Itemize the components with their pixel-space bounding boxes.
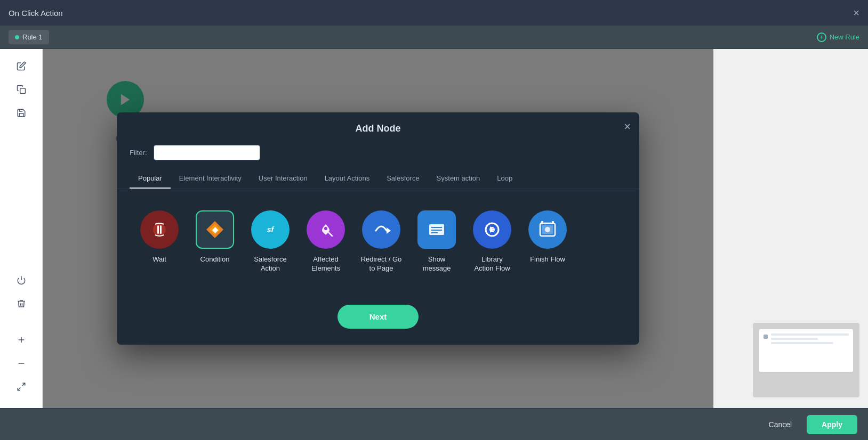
finish-label: Finish Flow <box>530 255 565 264</box>
tab-bar: Rule 1 + New Rule <box>0 26 868 49</box>
preview-dot <box>763 335 768 339</box>
preview-lines <box>771 333 849 344</box>
canvas-area[interactable]: Start + Add Node × Filter: <box>43 49 713 408</box>
svg-rect-25 <box>541 221 543 224</box>
showmsg-label: Showmessage <box>423 255 451 273</box>
apply-button[interactable]: Apply <box>807 415 857 434</box>
tab-layout-actions[interactable]: Layout Actions <box>316 169 379 189</box>
modal-close-button[interactable]: × <box>624 121 631 133</box>
showmsg-icon <box>417 210 456 249</box>
tab-popular[interactable]: Popular <box>130 169 171 189</box>
tab-loop[interactable]: Loop <box>488 169 521 189</box>
tab-label: Rule 1 <box>22 33 43 41</box>
bottom-bar: Cancel Apply <box>0 408 868 440</box>
app-window: On Click Action × Rule 1 + New Rule <box>0 0 868 440</box>
preview-line-1 <box>771 333 849 336</box>
app-close-button[interactable]: × <box>853 7 859 18</box>
tab-system-action[interactable]: System action <box>428 169 489 189</box>
node-finish-flow[interactable]: Finish Flow <box>526 210 569 273</box>
tab-element-interactivity[interactable]: Element Interactivity <box>171 169 250 189</box>
title-bar: On Click Action × <box>0 0 868 26</box>
node-grid: Wait ◆ Condition <box>117 189 639 295</box>
svg-rect-9 <box>157 225 159 234</box>
left-sidebar <box>0 49 43 408</box>
svg-point-24 <box>545 227 550 232</box>
modal-header: Add Node × <box>117 112 639 134</box>
preview-line-2 <box>771 338 818 340</box>
modal-filter: Filter: <box>117 134 639 169</box>
plus-circle-icon: + <box>817 32 826 42</box>
affected-label: AffectedElements <box>311 255 340 273</box>
salesforce-label: SalesforceAction <box>254 255 286 273</box>
node-show-message[interactable]: Showmessage <box>415 210 458 273</box>
preview-panel <box>753 323 859 397</box>
delete-button[interactable] <box>11 293 32 314</box>
preview-line-3 <box>771 342 833 344</box>
node-library-action[interactable]: LibraryAction Flow <box>471 210 513 273</box>
wait-label: Wait <box>152 255 166 264</box>
finish-icon <box>528 210 567 249</box>
redirect-icon <box>362 210 400 249</box>
svg-line-6 <box>18 388 20 390</box>
node-wait[interactable]: Wait <box>138 210 181 273</box>
tab-salesforce[interactable]: Salesforce <box>378 169 428 189</box>
preview-inner <box>759 329 853 372</box>
library-label: LibraryAction Flow <box>474 255 510 273</box>
edit-button[interactable] <box>11 55 32 77</box>
node-redirect[interactable]: Redirect / Goto Page <box>360 210 403 273</box>
next-button[interactable]: Next <box>337 305 419 329</box>
modal-overlay: Add Node × Filter: Popular Element Inter… <box>43 49 713 408</box>
svg-line-5 <box>22 383 25 386</box>
svg-rect-10 <box>160 225 162 234</box>
node-condition[interactable]: ◆ Condition <box>194 210 236 273</box>
fit-button[interactable] <box>11 376 32 397</box>
filter-input[interactable] <box>154 145 260 160</box>
filter-label: Filter: <box>130 149 147 157</box>
tab-user-interaction[interactable]: User Interaction <box>250 169 316 189</box>
library-icon <box>473 210 511 249</box>
power-button[interactable] <box>11 270 32 291</box>
new-rule-label: New Rule <box>830 33 859 41</box>
modal-title: Add Node <box>356 123 401 134</box>
add-node-modal: Add Node × Filter: Popular Element Inter… <box>117 112 639 345</box>
sidebar-bottom <box>11 270 32 402</box>
zoom-out-button[interactable] <box>11 353 32 374</box>
main-content: Start + Add Node × Filter: <box>0 49 868 408</box>
cancel-button[interactable]: Cancel <box>760 416 801 433</box>
node-salesforce-action[interactable]: sf SalesforceAction <box>249 210 292 273</box>
svg-point-14 <box>324 227 327 230</box>
condition-label: Condition <box>200 255 230 264</box>
svg-text:◆: ◆ <box>212 225 219 234</box>
affected-icon <box>307 210 345 249</box>
right-panel <box>713 49 868 408</box>
condition-icon: ◆ <box>196 210 234 249</box>
svg-rect-26 <box>552 221 554 224</box>
new-rule-button[interactable]: + New Rule <box>817 32 859 42</box>
svg-rect-0 <box>20 88 25 94</box>
redirect-label: Redirect / Goto Page <box>361 255 402 273</box>
svg-point-8 <box>153 223 166 236</box>
zoom-in-button[interactable] <box>11 329 32 351</box>
copy-button[interactable] <box>11 79 32 100</box>
tab-rule1[interactable]: Rule 1 <box>9 30 49 44</box>
salesforce-icon: sf <box>251 210 290 249</box>
wait-icon <box>140 210 179 249</box>
modal-footer: Next <box>117 294 639 345</box>
modal-tabs: Popular Element Interactivity User Inter… <box>117 169 639 189</box>
svg-marker-15 <box>387 227 391 234</box>
app-title: On Click Action <box>9 9 63 18</box>
node-affected-elements[interactable]: AffectedElements <box>304 210 347 273</box>
save-button[interactable] <box>11 102 32 124</box>
tab-dot <box>15 35 19 39</box>
